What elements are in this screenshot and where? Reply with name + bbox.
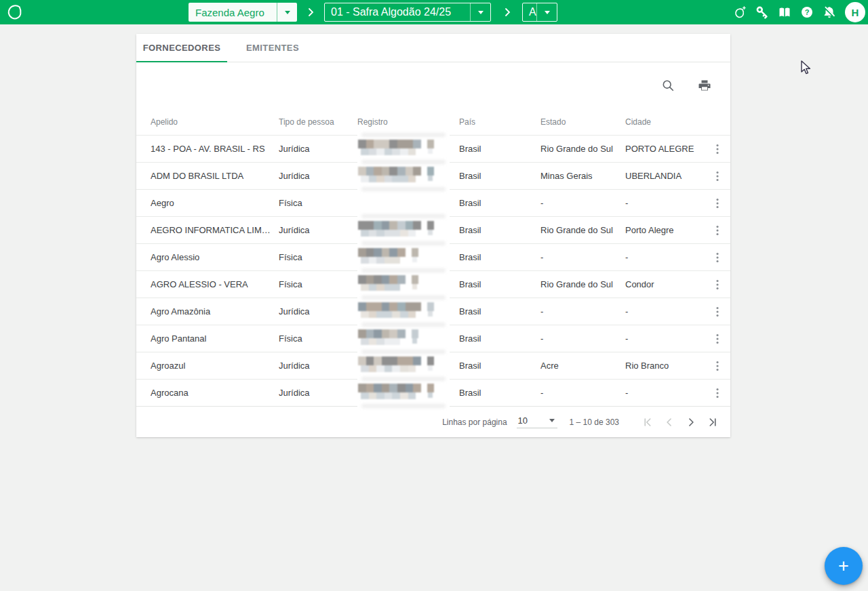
svg-text:?: ? xyxy=(805,8,810,16)
book-icon[interactable] xyxy=(778,5,791,19)
row-menu-icon[interactable] xyxy=(711,359,724,373)
table-rows: 143 - POA - AV. BRASIL - RSJurídicaBrasi… xyxy=(136,135,730,406)
row-menu-icon[interactable] xyxy=(711,278,724,291)
cell-pais: Brasil xyxy=(459,333,540,344)
tab-bar: FORNECEDORES EMITENTES xyxy=(136,34,730,62)
row-menu-icon[interactable] xyxy=(711,224,724,237)
key-icon[interactable] xyxy=(755,5,769,19)
cell-apelido: Agro Amazônia xyxy=(151,306,279,317)
row-menu-icon[interactable] xyxy=(711,251,724,264)
chevron-down-icon[interactable] xyxy=(471,11,490,14)
cell-cidade: - xyxy=(625,252,705,262)
divider xyxy=(536,3,537,21)
cell-actions xyxy=(705,142,730,156)
pagination-bar: Linhas por página 10 1 – 10 de 303 xyxy=(136,406,730,437)
cell-actions xyxy=(705,278,730,291)
table-row[interactable]: AegroFísicaBrasil-- xyxy=(136,189,730,216)
row-menu-icon[interactable] xyxy=(711,386,724,400)
cell-apelido: 143 - POA - AV. BRASIL - RS xyxy=(151,144,279,154)
column-header-registro: Registro xyxy=(357,117,459,127)
cell-tipo-de-pessoa: Física xyxy=(279,279,357,289)
cell-actions xyxy=(705,197,730,210)
table-row[interactable]: 143 - POA - AV. BRASIL - RSJurídicaBrasi… xyxy=(136,135,730,162)
cell-actions xyxy=(705,359,730,373)
row-menu-icon[interactable] xyxy=(711,142,724,156)
pagination-range: 1 – 10 de 303 xyxy=(570,417,619,427)
table-row[interactable]: AgroazulJurídicaBrasilAcreRio Branco xyxy=(136,352,730,379)
cell-apelido: AEGRO INFORMATICA LIMITA… xyxy=(151,225,279,235)
previous-page-button[interactable] xyxy=(661,414,677,430)
cell-actions xyxy=(705,251,730,264)
cell-pais: Brasil xyxy=(459,252,540,262)
cell-apelido: Agro Alessio xyxy=(151,252,279,262)
last-page-button[interactable] xyxy=(705,414,721,430)
cell-estado: Rio Grande do Sul xyxy=(540,225,625,235)
avatar[interactable]: H xyxy=(845,2,865,22)
first-page-button[interactable] xyxy=(639,414,656,430)
table-row[interactable]: Agro AlessioFísicaBrasil-- xyxy=(136,243,730,270)
cell-actions xyxy=(705,305,730,319)
next-page-button[interactable] xyxy=(683,414,699,430)
cell-tipo-de-pessoa: Jurídica xyxy=(279,306,357,317)
cell-cidade: Porto Alegre xyxy=(625,225,705,235)
row-menu-icon[interactable] xyxy=(711,305,724,319)
next-page-icon xyxy=(684,415,698,429)
column-header-cidade: Cidade xyxy=(625,117,705,127)
last-page-icon xyxy=(706,415,719,429)
table-row[interactable]: Agro PantanalFísicaBrasil-- xyxy=(136,325,730,352)
tab-emitentes[interactable]: EMITENTES xyxy=(227,34,318,62)
row-menu-icon[interactable] xyxy=(711,169,724,183)
cell-cidade: - xyxy=(625,333,705,344)
table-row[interactable]: AgrocanaJurídicaBrasil-- xyxy=(136,379,730,406)
cell-tipo-de-pessoa: Física xyxy=(279,198,357,208)
search-icon[interactable] xyxy=(661,79,675,92)
table-row[interactable]: Agro AmazôniaJurídicaBrasil-- xyxy=(136,298,730,325)
cell-estado: - xyxy=(540,306,625,317)
table-row[interactable]: ADM DO BRASIL LTDAJurídicaBrasilMinas Ge… xyxy=(136,162,730,189)
aegro-logo-icon[interactable] xyxy=(5,3,23,21)
top-bar: Fazenda Aegro 01 - Safra Algodão 24/25 A xyxy=(0,0,868,24)
cell-cidade: Rio Branco xyxy=(625,361,705,371)
tab-label: EMITENTES xyxy=(246,43,299,53)
chevron-down-icon[interactable] xyxy=(537,11,557,14)
cell-pais: Brasil xyxy=(459,279,540,289)
active-tab-underline xyxy=(136,61,227,62)
farm-selector[interactable]: Fazenda Aegro xyxy=(189,3,297,22)
cell-actions xyxy=(705,169,730,183)
cell-estado: - xyxy=(540,198,625,208)
column-header-tipo-de-pessoa: Tipo de pessoa xyxy=(279,117,357,127)
cell-estado: Rio Grande do Sul xyxy=(540,144,625,154)
cell-cidade: - xyxy=(625,198,705,208)
table-row[interactable]: AEGRO INFORMATICA LIMITA…JurídicaBrasilR… xyxy=(136,216,730,243)
pagination-nav xyxy=(639,414,721,430)
cell-pais: Brasil xyxy=(459,388,540,398)
field-selector[interactable]: A xyxy=(522,3,557,22)
cell-estado: Minas Gerais xyxy=(540,171,625,181)
cell-cidade: - xyxy=(625,388,705,398)
add-account-icon[interactable] xyxy=(733,5,747,19)
cell-apelido: Aegro xyxy=(151,198,279,208)
row-menu-icon[interactable] xyxy=(711,332,724,346)
column-header-pais: País xyxy=(459,117,540,127)
chevron-down-icon[interactable] xyxy=(277,11,297,14)
cell-cidade: UBERLANDIA xyxy=(625,171,705,181)
divider xyxy=(277,3,277,22)
mouse-cursor xyxy=(801,60,813,77)
farm-selector-label: Fazenda Aegro xyxy=(189,7,277,18)
row-menu-icon[interactable] xyxy=(711,197,724,210)
rows-per-page-select[interactable]: 10 xyxy=(517,415,557,428)
season-selector[interactable]: 01 - Safra Algodão 24/25 xyxy=(324,3,491,22)
divider xyxy=(470,3,471,21)
notifications-off-icon[interactable] xyxy=(823,5,836,19)
cell-cidade: Condor xyxy=(625,279,705,289)
first-page-icon xyxy=(641,415,654,429)
table-row[interactable]: AGRO ALESSIO - VERAFísicaBrasilRio Grand… xyxy=(136,270,730,298)
tab-fornecedores[interactable]: FORNECEDORES xyxy=(136,34,227,62)
cell-tipo-de-pessoa: Física xyxy=(279,333,357,344)
add-supplier-fab[interactable]: + xyxy=(825,547,863,585)
cell-estado: Rio Grande do Sul xyxy=(540,279,625,289)
plus-icon: + xyxy=(838,556,849,577)
print-icon[interactable] xyxy=(698,79,711,92)
help-icon[interactable]: ? xyxy=(800,5,814,19)
avatar-initial: H xyxy=(852,7,859,18)
